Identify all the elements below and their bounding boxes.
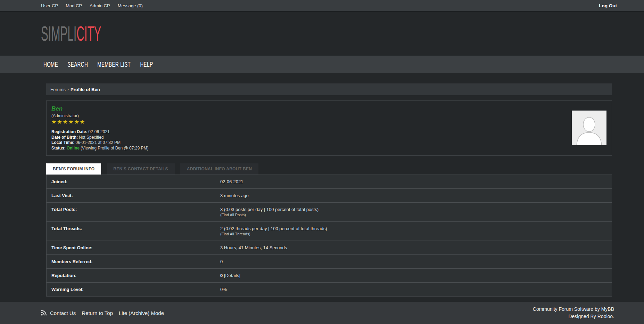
site-logo[interactable]: SIMPLICITY — [41, 23, 101, 44]
row-value-line: 3 (0.03 posts per day | 100 percent of t… — [220, 206, 607, 212]
credit-prefix: Community Forum Software by — [533, 306, 601, 312]
row-value: 0% — [220, 286, 607, 292]
nav-item-search[interactable]: SEARCH — [67, 60, 88, 68]
find-all-threads-link[interactable]: (Find All Threads) — [220, 232, 250, 236]
row-value-line: 2 (0.02 threads per day | 100 percent of… — [220, 226, 607, 232]
row-value-text: 3 minutes ago — [220, 193, 249, 198]
profile-field-label: Date of Birth: — [51, 135, 78, 140]
nav-item-home[interactable]: HOME — [43, 60, 58, 68]
row-value: 02-06-2021 — [220, 179, 607, 185]
topbar: User CPMod CPAdmin CPMessage (0) Log Out — [0, 0, 644, 12]
profile-field: Registration Date:02-06-2021 — [51, 129, 607, 135]
footer: Contact UsReturn to TopLite (Archive) Mo… — [0, 302, 644, 324]
footer-links: Contact UsReturn to TopLite (Archive) Mo… — [50, 310, 164, 316]
topbar-link-message-0[interactable]: Message (0) — [118, 3, 143, 8]
topbar-link-user-cp[interactable]: User CP — [41, 3, 58, 8]
default-avatar-image — [572, 111, 606, 145]
reputation-details-link[interactable]: [Details] — [224, 273, 240, 278]
logout-link[interactable]: Log Out — [599, 3, 617, 8]
topbar-link-mod-cp[interactable]: Mod CP — [66, 3, 82, 8]
breadcrumb: Forums › Profile of Ben — [46, 83, 612, 95]
row-label: Joined: — [51, 179, 220, 185]
row-value: 0 — [220, 259, 607, 265]
table-row: Time Spent Online:3 Hours, 41 Minutes, 1… — [47, 241, 612, 255]
topbar-links: User CPMod CPAdmin CPMessage (0) — [41, 3, 143, 8]
main-nav: HOMESEARCHMEMBER LISTHELP — [0, 56, 644, 73]
table-row: Members Referred:0 — [47, 255, 612, 269]
user-group-stars: ★★★★★★ — [51, 119, 607, 125]
row-value-line: 0% — [220, 286, 607, 292]
status-detail: (Viewing Profile of Ben @ 07:29 PM) — [81, 146, 148, 151]
logo-text-gray: SIMPLI — [41, 22, 76, 45]
row-label: Warning Level: — [51, 286, 220, 292]
rss-feed-icon[interactable] — [41, 310, 47, 316]
profile-field-label: Local Time: — [51, 140, 74, 145]
profile-username: Ben — [51, 105, 607, 112]
lite-archive-mode-link[interactable]: Lite (Archive) Mode — [119, 310, 164, 316]
profile-field: Date of Birth:Not Specified — [51, 135, 607, 140]
row-value-text: 0 — [220, 259, 223, 264]
profile-tabs: BEN'S FORUM INFOBEN'S CONTACT DETAILSADD… — [46, 163, 612, 175]
profile-field-label: Registration Date: — [51, 129, 87, 134]
row-value: 0 [Details] — [220, 273, 607, 278]
find-all-posts-link[interactable]: (Find All Posts) — [220, 213, 246, 217]
forum-info-table: Joined:02-06-2021Last Visit:3 minutes ag… — [46, 175, 612, 297]
row-label: Time Spent Online: — [51, 245, 220, 251]
profile-status-line: Status:Online(Viewing Profile of Ben @ 0… — [51, 146, 607, 151]
table-row: Joined:02-06-2021 — [47, 175, 612, 189]
mybb-link[interactable]: MyBB — [601, 306, 614, 312]
row-value-line: (Find All Threads) — [220, 232, 607, 237]
row-value-text: 3 (0.03 posts per day | 100 percent of t… — [220, 207, 319, 212]
profile-user-title: (Administrator) — [51, 113, 607, 118]
site-header: SIMPLICITY — [0, 12, 644, 56]
credit-line-1: Community Forum Software by MyBB — [533, 306, 614, 313]
row-value-text: 3 Hours, 41 Minutes, 14 Seconds — [220, 245, 287, 250]
profile-fields: Registration Date:02-06-2021Date of Birt… — [51, 129, 607, 146]
breadcrumb-forums-link[interactable]: Forums — [50, 87, 66, 92]
return-to-top-link[interactable]: Return to Top — [82, 310, 113, 316]
table-row: Reputation:0 [Details] — [47, 269, 612, 283]
logo-text-red: CITY — [76, 22, 101, 45]
breadcrumb-separator-icon: › — [67, 87, 69, 92]
status-label: Status: — [51, 146, 66, 151]
footer-credits: Community Forum Software by MyBB Designe… — [533, 306, 614, 320]
table-row: Warning Level:0% — [47, 283, 612, 296]
table-row: Total Posts:3 (0.03 posts per day | 100 … — [47, 203, 612, 222]
row-value-line: 3 minutes ago — [220, 193, 607, 199]
profile-field-value: 06-01-2021 at 07:32 PM — [75, 140, 120, 145]
profile-field: Local Time:06-01-2021 at 07:32 PM — [51, 140, 607, 146]
footer-links-area: Contact UsReturn to TopLite (Archive) Mo… — [41, 310, 164, 316]
row-value-line: (Find All Posts) — [220, 212, 607, 218]
status-online-value: Online — [67, 146, 80, 151]
row-value: 3 minutes ago — [220, 193, 607, 199]
contact-us-link[interactable]: Contact Us — [50, 310, 76, 316]
breadcrumb-current: Profile of Ben — [71, 87, 100, 92]
row-value-text: 0% — [220, 287, 227, 292]
profile-field-value: Not Specified — [79, 135, 104, 140]
row-value: 2 (0.02 threads per day | 100 percent of… — [220, 226, 607, 237]
profile-panel: Ben (Administrator) ★★★★★★ Registration … — [46, 100, 612, 156]
table-row: Last Visit:3 minutes ago — [47, 189, 612, 203]
tab-ben-s-forum-info[interactable]: BEN'S FORUM INFO — [46, 163, 101, 175]
table-row: Total Threads:2 (0.02 threads per day | … — [47, 222, 612, 241]
page-content: Forums › Profile of Ben Ben (Administrat… — [46, 73, 612, 297]
row-value-line: 3 Hours, 41 Minutes, 14 Seconds — [220, 245, 607, 251]
row-label: Members Referred: — [51, 259, 220, 265]
nav-item-member-list[interactable]: MEMBER LIST — [97, 60, 131, 68]
row-value-text: 02-06-2021 — [220, 179, 243, 184]
row-value: 3 (0.03 posts per day | 100 percent of t… — [220, 206, 607, 218]
row-value-line: 02-06-2021 — [220, 179, 607, 185]
topbar-link-admin-cp[interactable]: Admin CP — [90, 3, 110, 8]
profile-field-value: 02-06-2021 — [88, 129, 109, 134]
tab-additional-info-about-ben[interactable]: ADDITIONAL INFO ABOUT BEN — [180, 163, 259, 175]
row-value: 3 Hours, 41 Minutes, 14 Seconds — [220, 245, 607, 251]
nav-item-help[interactable]: HELP — [140, 60, 153, 68]
tab-ben-s-contact-details[interactable]: BEN'S CONTACT DETAILS — [107, 163, 174, 175]
row-value-text: 2 (0.02 threads per day | 100 percent of… — [220, 226, 327, 231]
row-label: Total Posts: — [51, 206, 220, 218]
row-label: Reputation: — [51, 273, 220, 278]
row-value-line: 0 — [220, 259, 607, 265]
nav-list: HOMESEARCHMEMBER LISTHELP — [43, 60, 153, 68]
row-label: Total Threads: — [51, 226, 220, 237]
credit-line-2: Designed By Rooloo. — [533, 313, 614, 320]
